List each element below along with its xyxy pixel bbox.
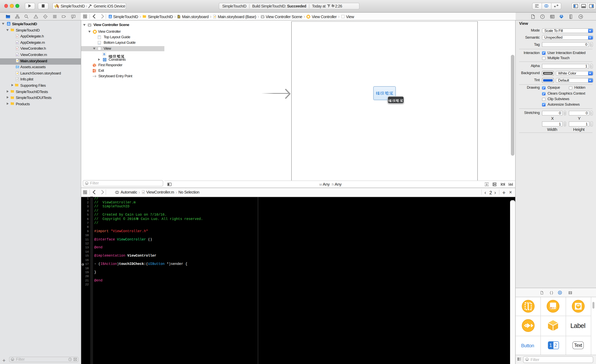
svg-text:m: m bbox=[16, 54, 18, 56]
svg-text:m: m bbox=[16, 41, 18, 44]
svg-text:h: h bbox=[16, 35, 18, 38]
svg-text:h: h bbox=[16, 48, 18, 50]
